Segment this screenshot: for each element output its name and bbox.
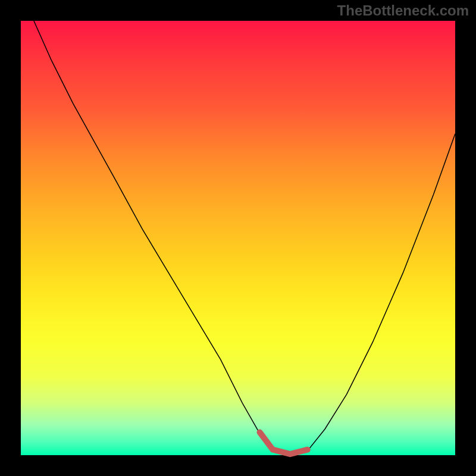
bottleneck-curve <box>34 21 455 455</box>
bottleneck-chart <box>21 21 455 455</box>
watermark-text: TheBottleneck.com <box>337 2 469 19</box>
min-bottleneck-highlight <box>260 433 308 455</box>
